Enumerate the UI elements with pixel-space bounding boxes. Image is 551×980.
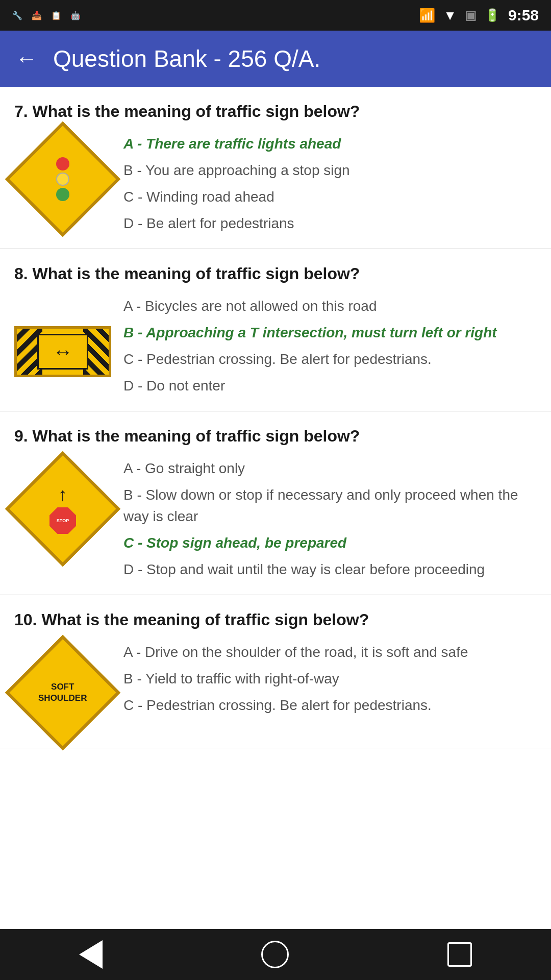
q9-answer-c: C - Stop sign ahead, be prepared	[123, 532, 537, 554]
q8-sign: ↔	[14, 296, 111, 377]
q9-answer-d: D - Stop and wait until the way is clear…	[123, 559, 537, 580]
bluetooth-icon: 📶	[419, 8, 435, 23]
q7-answer-d: D - Be alert for pedestrians	[123, 213, 537, 234]
q7-answers: A - There are traffic lights ahead B - Y…	[123, 133, 537, 234]
android-icon: 🤖	[70, 11, 81, 20]
download-icon: 📥	[32, 11, 42, 20]
stop-ahead-sign: ↑ STOP	[5, 451, 120, 567]
q9-text: 9. What is the meaning of traffic sign b…	[14, 427, 537, 446]
q8-answer-a: A - Bicycles are not allowed on this roa…	[123, 296, 537, 317]
q8-answer-c: C - Pedestrian crossing. Be alert for pe…	[123, 349, 537, 370]
wrench-icon: 🔧	[12, 11, 22, 20]
q7-answer-c: C - Winding road ahead	[123, 186, 537, 208]
soft-shoulder-sign: SOFTSHOULDER	[5, 635, 120, 750]
q8-answer-b: B - Approaching a T intersection, must t…	[123, 322, 537, 344]
status-icons-left: 🔧 📥 📋 🤖	[12, 11, 81, 20]
status-icons-right: 📶 ▼ ▣ 🔋 9:58	[419, 7, 539, 24]
page-title: Question Bank - 256 Q/A.	[53, 45, 320, 72]
q10-answer-c: C - Pedestrian crossing. Be alert for pe…	[123, 695, 537, 716]
q7-answer-b: B - You are approaching a stop sign	[123, 160, 537, 181]
status-bar: 🔧 📥 📋 🤖 📶 ▼ ▣ 🔋 9:58	[0, 0, 551, 31]
t-intersection-sign: ↔	[14, 326, 111, 377]
time-display: 9:58	[508, 7, 539, 24]
q9-answers: A - Go straight only B - Slow down or st…	[123, 458, 537, 580]
sim-icon: ▣	[465, 8, 477, 22]
q8-answers: A - Bicycles are not allowed on this roa…	[123, 296, 537, 397]
q9-answer-b: B - Slow down or stop if necessary and o…	[123, 484, 537, 527]
wifi-icon: ▼	[443, 8, 457, 23]
back-nav-button[interactable]	[79, 940, 103, 969]
q10-answer-a: A - Drive on the shoulder of the road, i…	[123, 642, 537, 663]
q8-text: 8. What is the meaning of traffic sign b…	[14, 264, 537, 283]
q8-answer-d: D - Do not enter	[123, 375, 537, 397]
q9-answer-a: A - Go straight only	[123, 458, 537, 479]
home-nav-button[interactable]	[261, 941, 289, 968]
question-9: 9. What is the meaning of traffic sign b…	[0, 411, 551, 595]
recents-nav-button[interactable]	[447, 942, 472, 967]
q9-sign: ↑ STOP	[14, 458, 111, 550]
question-10: 10. What is the meaning of traffic sign …	[0, 595, 551, 748]
top-bar: ← Question Bank - 256 Q/A.	[0, 31, 551, 87]
traffic-light-sign	[5, 121, 120, 237]
q10-answer-b: B - Yield to traffic with right-of-way	[123, 668, 537, 690]
question-8: 8. What is the meaning of traffic sign b…	[0, 249, 551, 411]
battery-icon: 🔋	[485, 8, 500, 22]
back-button[interactable]: ←	[15, 46, 38, 71]
q7-sign	[14, 133, 111, 220]
question-7: 7. What is the meaning of traffic sign b…	[0, 87, 551, 249]
q7-answer-a: A - There are traffic lights ahead	[123, 133, 537, 155]
nav-bar	[0, 929, 551, 980]
q10-sign: SOFTSHOULDER	[14, 642, 111, 733]
clipboard-icon: 📋	[51, 11, 61, 20]
content-area: 7. What is the meaning of traffic sign b…	[0, 87, 551, 929]
q10-text: 10. What is the meaning of traffic sign …	[14, 610, 537, 629]
q7-text: 7. What is the meaning of traffic sign b…	[14, 102, 537, 121]
q10-answers: A - Drive on the shoulder of the road, i…	[123, 642, 537, 716]
